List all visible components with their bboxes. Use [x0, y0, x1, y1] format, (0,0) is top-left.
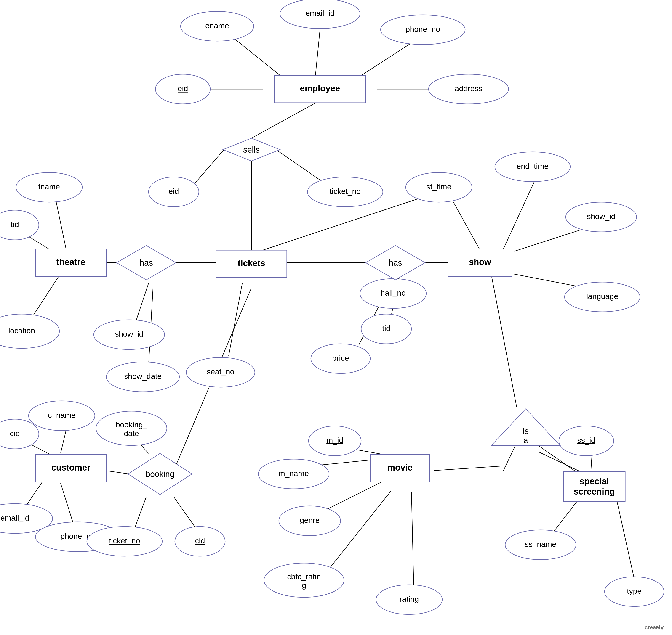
svg-line-31 [540, 452, 583, 473]
attr-ticket-no-sells-label: ticket_no [330, 187, 361, 196]
attr-cid-booking-label: cid [195, 536, 205, 545]
attr-cbfc-rating-label: cbfc_ratin [287, 572, 321, 581]
watermark: creat [645, 624, 657, 631]
svg-line-0 [233, 38, 286, 80]
svg-line-23 [503, 180, 535, 250]
svg-line-1 [315, 30, 320, 75]
attr-type-label: type [627, 587, 642, 595]
attr-show-id-has-label: show_id [115, 330, 144, 338]
attr-m-id-label: m_id [327, 436, 343, 444]
svg-line-47 [174, 497, 195, 528]
svg-line-43 [61, 483, 73, 523]
relation-has-left-label: has [140, 258, 153, 267]
attr-tid-theatre [0, 210, 39, 240]
attr-seat-no-label: seat_no [207, 367, 234, 376]
attr-address-label: address [455, 84, 483, 93]
svg-line-2 [354, 40, 416, 80]
relation-has-right-label: has [389, 258, 402, 267]
watermark-2: ely [656, 624, 664, 631]
svg-text:a: a [523, 436, 528, 445]
attr-booking-date-label: booking_ [115, 420, 147, 429]
entity-movie-label: movie [387, 463, 413, 473]
attr-m-name-label: m_name [279, 469, 309, 478]
svg-line-30 [434, 466, 503, 470]
attr-hall-no-label: hall_no [381, 288, 406, 297]
attr-location-label: location [8, 326, 35, 335]
entity-show-label: show [469, 257, 491, 267]
entity-customer-label: customer [51, 463, 90, 473]
relation-sells-label: sells [243, 145, 260, 154]
attr-price-label: price [332, 354, 349, 362]
attr-c-name-label: c_name [48, 411, 76, 419]
attr-ss-id-label: ss_id [577, 436, 595, 444]
svg-line-46 [135, 497, 146, 528]
attr-cid-customer-label: cid [10, 429, 20, 438]
svg-line-27 [491, 275, 517, 407]
svg-line-24 [514, 228, 585, 251]
attr-rating-label: rating [399, 595, 419, 603]
svg-line-34 [327, 480, 386, 509]
attr-end-time-label: end_time [517, 162, 549, 170]
attr-ticket-no-booking-label: ticket_no [109, 536, 140, 545]
attr-tid-theatre-label: tid [11, 220, 19, 228]
svg-line-37 [591, 455, 592, 472]
attr-email-id-cust-label: email_id [0, 513, 29, 522]
attr-eid-sells-label: eid [168, 187, 179, 196]
attr-show-id-show-label: show_id [587, 212, 615, 221]
svg-text:screening: screening [574, 487, 615, 496]
svg-line-41 [61, 430, 66, 454]
attr-email-id-emp-label: email_id [306, 9, 335, 17]
attr-st-time-label: st_time [426, 182, 451, 191]
relation-is-a-label: is [523, 426, 529, 436]
svg-line-5 [251, 101, 320, 138]
entity-special-screening-label: special [580, 477, 609, 486]
attr-ss-name-label: ss_name [525, 540, 556, 548]
svg-line-35 [329, 491, 391, 569]
attr-tname-label: tname [38, 182, 60, 191]
entity-tickets-label: tickets [238, 258, 265, 268]
attr-phone-no-emp-label: phone_no [405, 25, 440, 34]
svg-line-36 [412, 492, 414, 586]
svg-line-25 [514, 274, 585, 288]
er-diagram: employee theatre tickets show customer m… [0, 0, 672, 635]
svg-line-9 [56, 201, 66, 250]
attr-tid-tickets-label: tid [382, 324, 391, 333]
svg-line-28 [503, 443, 517, 472]
svg-line-14 [135, 283, 149, 324]
svg-text:g: g [302, 581, 306, 590]
svg-line-16 [229, 283, 242, 356]
attr-show-date-label: show_date [124, 372, 162, 380]
svg-line-26 [450, 196, 480, 250]
svg-line-42 [25, 482, 42, 507]
svg-text:date: date [124, 429, 139, 438]
relation-booking-label: booking [146, 469, 174, 479]
attr-language-label: language [586, 292, 618, 301]
attr-genre-label: genre [300, 516, 320, 524]
attr-eid-emp-label: eid [177, 84, 188, 93]
attr-ename-label: ename [205, 21, 229, 30]
entity-employee-label: employee [300, 84, 340, 93]
svg-line-38 [553, 497, 581, 532]
entity-theatre-label: theatre [57, 257, 85, 267]
svg-line-39 [616, 497, 634, 579]
entity-special-screening [563, 472, 625, 501]
